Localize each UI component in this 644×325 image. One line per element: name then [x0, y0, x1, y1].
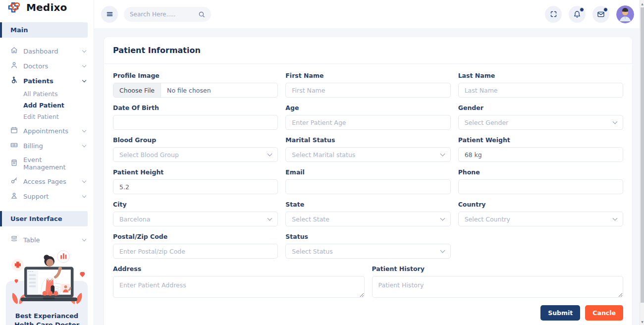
- field-label: Gender: [458, 104, 623, 111]
- wheelchair-icon: [10, 76, 18, 85]
- submit-button[interactable]: Submit: [540, 305, 580, 321]
- sidebar-section-user-interface: User Interface: [0, 211, 88, 226]
- cancel-button[interactable]: Cancle: [585, 305, 623, 321]
- patient-history-textarea[interactable]: [372, 276, 624, 298]
- age-input[interactable]: [285, 115, 450, 130]
- doctor-illustration: [7, 248, 87, 309]
- sidebar-item-table[interactable]: Table: [0, 232, 94, 247]
- page-scrollbar[interactable]: ▲ ▼: [640, 0, 644, 325]
- patient-weight-input[interactable]: [458, 147, 623, 162]
- chevron-down-icon: [440, 216, 445, 220]
- field-status: Status Select Status: [285, 233, 450, 259]
- field-phone: Phone: [458, 168, 623, 194]
- field-label: First Name: [285, 72, 450, 79]
- search-input[interactable]: [130, 11, 194, 18]
- chevron-down-icon: [82, 128, 86, 132]
- scroll-up-arrow[interactable]: ▲: [640, 0, 644, 7]
- chevron-down-icon: [268, 216, 272, 220]
- sidebar-menu-ui: Table: [0, 232, 94, 247]
- search-icon[interactable]: [198, 11, 205, 18]
- field-last-name: Last Name: [458, 72, 623, 98]
- field-state: State Select State: [285, 201, 450, 226]
- field-label: Email: [285, 168, 450, 176]
- card-body: Profile Image Choose File No file chosen…: [104, 64, 632, 325]
- postal-code-input[interactable]: [113, 244, 278, 259]
- sidebar-item-patients[interactable]: Patients: [0, 73, 94, 88]
- select-value: Select State: [292, 216, 329, 223]
- country-select[interactable]: Select Country: [458, 212, 623, 226]
- hamburger-menu-button[interactable]: [101, 6, 118, 23]
- messages-button[interactable]: [592, 6, 609, 23]
- sidebar-item-appointments[interactable]: Appointments: [0, 123, 94, 138]
- page-title: Patient Information: [113, 46, 623, 55]
- fullscreen-button[interactable]: [545, 6, 562, 23]
- sidebar: Medixo Main Dashboard Doctors Patients: [0, 0, 94, 325]
- chevron-down-icon: [82, 48, 86, 52]
- sidebar-subitem-edit-patient[interactable]: Edit Patient: [0, 111, 94, 122]
- sidebar-item-doctors[interactable]: Doctors: [0, 58, 94, 73]
- topbar-actions: [545, 5, 634, 23]
- brand-logo[interactable]: Medixo: [0, 0, 94, 15]
- address-textarea[interactable]: [113, 276, 365, 298]
- page-content: Patient Information Profile Image Choose…: [94, 28, 644, 325]
- patient-information-card: Patient Information Profile Image Choose…: [104, 37, 632, 325]
- sidebar-item-support[interactable]: Support: [0, 189, 94, 204]
- first-name-input[interactable]: [285, 83, 450, 98]
- profile-image-file-input[interactable]: Choose File No file chosen: [113, 83, 278, 98]
- scrollbar-thumb[interactable]: [641, 7, 644, 303]
- sidebar-item-dashboard[interactable]: Dashboard: [0, 44, 94, 58]
- sidebar-item-billing[interactable]: Billing: [0, 138, 94, 153]
- sidebar-item-label: Event Management: [23, 156, 86, 171]
- support-icon: [10, 192, 18, 201]
- status-select[interactable]: Select Status: [285, 244, 450, 259]
- patient-height-input[interactable]: [113, 179, 278, 194]
- topbar: [94, 0, 644, 28]
- gender-select[interactable]: Select Gender: [458, 115, 623, 130]
- fullscreen-icon: [550, 10, 557, 18]
- form-grid-textareas: Address Patient History: [113, 265, 623, 298]
- app-root: Medixo Main Dashboard Doctors Patients: [0, 0, 644, 325]
- select-value: Barcelona: [119, 216, 150, 223]
- city-select[interactable]: Barcelona: [113, 212, 278, 226]
- field-address: Address: [113, 265, 365, 298]
- blood-group-select[interactable]: Select Blood Group: [113, 147, 278, 162]
- notifications-button[interactable]: [569, 6, 586, 23]
- sidebar-item-event-management[interactable]: Event Management: [0, 153, 94, 174]
- email-input[interactable]: [285, 179, 450, 194]
- choose-file-button[interactable]: Choose File: [113, 83, 161, 97]
- sidebar-subitem-add-patient[interactable]: Add Patient: [0, 100, 94, 111]
- field-label: City: [113, 201, 278, 208]
- file-status-text: No file chosen: [161, 87, 217, 94]
- main-area: Patient Information Profile Image Choose…: [94, 0, 644, 325]
- chevron-down-icon: [613, 216, 618, 220]
- chevron-down-icon: [440, 248, 445, 253]
- field-patient-history: Patient History: [372, 265, 624, 298]
- field-label: State: [285, 201, 450, 208]
- scroll-down-arrow[interactable]: ▼: [640, 318, 644, 325]
- calendar-icon: [10, 126, 18, 135]
- layers-icon: [10, 235, 18, 244]
- notification-badge: [580, 7, 584, 12]
- field-label: Last Name: [458, 72, 623, 79]
- marital-status-select[interactable]: Select Marital status: [285, 147, 450, 162]
- chevron-down-icon: [268, 151, 272, 156]
- field-marital-status: Marital Status Select Marital status: [285, 136, 450, 162]
- sidebar-item-access-pages[interactable]: Access Pages: [0, 174, 94, 189]
- hamburger-icon: [106, 10, 113, 18]
- user-avatar[interactable]: [616, 5, 634, 23]
- phone-input[interactable]: [458, 179, 623, 194]
- sidebar-section-main: Main: [0, 22, 88, 38]
- date-of-birth-input[interactable]: [113, 115, 278, 130]
- last-name-input[interactable]: [458, 83, 623, 98]
- select-value: Select Country: [465, 216, 510, 223]
- field-blood-group: Blood Group Select Blood Group: [113, 136, 278, 162]
- sidebar-subitem-all-patients[interactable]: All Patients: [0, 88, 94, 100]
- select-value: Select Marital status: [292, 151, 355, 159]
- field-label: Date Of Birth: [113, 104, 278, 111]
- search-bar[interactable]: [124, 7, 211, 22]
- field-label: Country: [458, 201, 623, 208]
- chevron-down-icon: [82, 63, 86, 67]
- state-select[interactable]: Select State: [285, 212, 450, 226]
- promo-title: Best Experianced Helth Care Doctor: [10, 312, 84, 325]
- chevron-down-icon: [82, 193, 86, 197]
